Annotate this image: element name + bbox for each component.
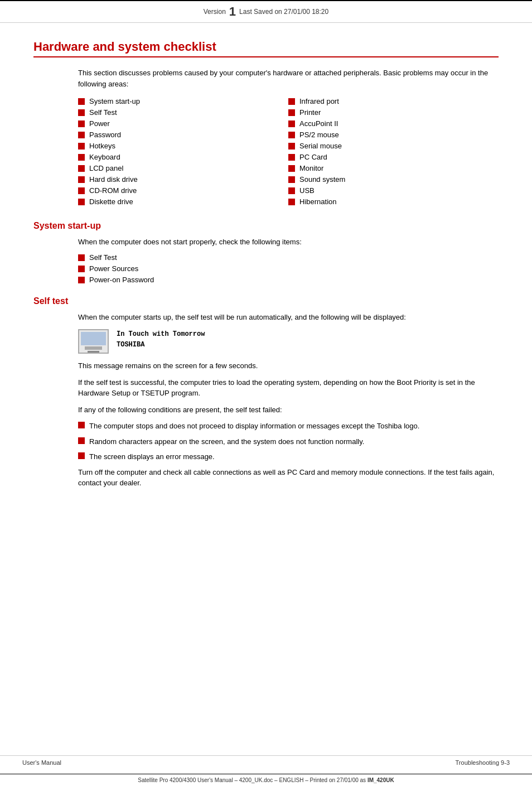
bullet-icon (288, 120, 295, 127)
list-item: Hard disk drive (78, 175, 288, 184)
bullet-icon (288, 187, 295, 194)
list-item: Random characters appear on the screen, … (78, 436, 499, 447)
bullet-icon (78, 254, 85, 261)
selftest-text2: This message remains on the screen for a… (78, 360, 499, 372)
list-item: LCD panel (78, 164, 288, 172)
bullet-icon (288, 176, 295, 183)
section-content-startup: When the computer does not start properl… (78, 237, 499, 284)
list-item: Password (78, 131, 288, 139)
monitor-base (85, 346, 102, 350)
bullet-icon (288, 199, 295, 205)
bullet-icon (288, 98, 295, 105)
version-label: Version (204, 8, 226, 16)
checklist-col-right: Infrared portPrinterAccuPoint IIPS/2 mou… (288, 97, 499, 209)
bottom-footer: Satellite Pro 4200/4300 User's Manual – … (0, 774, 532, 786)
list-item: Power-on Password (78, 276, 499, 284)
startup-text: When the computer does not start properl… (78, 237, 499, 248)
code-display: In Touch with Tomorrow TOSHIBA (117, 329, 205, 350)
section-content-selftest: When the computer starts up, the self te… (78, 312, 499, 489)
top-header: Version 1 Last Saved on 27/01/00 18:20 (0, 0, 532, 23)
bullet-icon (78, 165, 85, 172)
page-title: Hardware and system checklist (33, 40, 499, 57)
list-item: PC Card (288, 153, 499, 161)
code-line2: TOSHIBA (117, 340, 205, 350)
bullet-icon (78, 187, 85, 194)
bullet-icon (78, 154, 85, 161)
bullet-icon (78, 132, 85, 138)
section-heading-startup: System start-up (33, 221, 499, 231)
section-heading-selftest: Self test (33, 296, 499, 306)
bottom-footer-text: Satellite Pro 4200/4300 User's Manual – … (138, 777, 394, 783)
bullet-icon (78, 176, 85, 183)
startup-items-list: Self TestPower SourcesPower-on Password (78, 253, 499, 284)
checklist-columns: System start-upSelf TestPowerPasswordHot… (78, 97, 499, 209)
page-footer: User's Manual Troubleshooting 9-3 (0, 755, 532, 769)
selftest-text3: If the self test is successful, the comp… (78, 377, 499, 399)
bullet-icon (288, 109, 295, 116)
list-item: Hibernation (288, 197, 499, 206)
list-item: Keyboard (78, 153, 288, 161)
bullet-icon (78, 143, 85, 150)
list-item: USB (288, 186, 499, 195)
list-item: Monitor (288, 164, 499, 172)
selftest-bullets-list: The computer stops and does not proceed … (78, 421, 499, 462)
list-item: Sound system (288, 175, 499, 184)
bullet-icon (78, 109, 85, 116)
version-number: 1 (229, 4, 236, 19)
main-content: Hardware and system checklist This secti… (0, 23, 532, 528)
bullet-icon (288, 132, 295, 138)
footer-left: User's Manual (22, 759, 61, 766)
list-item: PS/2 mouse (288, 131, 499, 139)
bullet-icon (78, 120, 85, 127)
bullet-icon (78, 437, 85, 444)
selftest-text4: If any of the following conditions are p… (78, 404, 499, 416)
list-item: Self Test (78, 108, 288, 117)
list-item: Printer (288, 108, 499, 117)
list-item: Diskette drive (78, 197, 288, 206)
list-item: Hotkeys (78, 142, 288, 150)
list-item: Infrared port (288, 97, 499, 105)
list-item: Serial mouse (288, 142, 499, 150)
list-item: Self Test (78, 253, 499, 262)
list-item: The screen displays an error message. (78, 451, 499, 462)
list-item: Power (78, 119, 288, 128)
checklist-col-left: System start-upSelf TestPowerPasswordHot… (78, 97, 288, 209)
list-item: CD-ROM drive (78, 186, 288, 195)
bullet-icon (288, 154, 295, 161)
monitor-screen (81, 332, 106, 345)
last-saved: Last Saved on 27/01/00 18:20 (239, 8, 328, 16)
list-item: System start-up (78, 97, 288, 105)
bullet-icon (288, 143, 295, 150)
bullet-icon (78, 277, 85, 283)
bullet-icon (78, 199, 85, 205)
page-wrapper: Version 1 Last Saved on 27/01/00 18:20 H… (0, 0, 532, 786)
bullet-icon (78, 98, 85, 105)
code-line1: In Touch with Tomorrow (117, 329, 205, 340)
intro-text: This section discusses problems caused b… (78, 67, 499, 89)
selftest-text5: Turn off the computer and check all cabl… (78, 467, 499, 489)
list-item: AccuPoint II (288, 119, 499, 128)
bullet-icon (78, 452, 85, 459)
bullet-icon (288, 165, 295, 172)
selftest-box: In Touch with Tomorrow TOSHIBA (78, 329, 499, 354)
selftest-text1: When the computer starts up, the self te… (78, 312, 499, 323)
bullet-icon (78, 266, 85, 272)
monitor-stand (88, 351, 99, 353)
list-item: The computer stops and does not proceed … (78, 421, 499, 432)
bullet-icon (78, 422, 85, 428)
footer-right: Troubleshooting 9-3 (456, 759, 510, 766)
monitor-icon (78, 329, 109, 354)
list-item: Power Sources (78, 264, 499, 273)
